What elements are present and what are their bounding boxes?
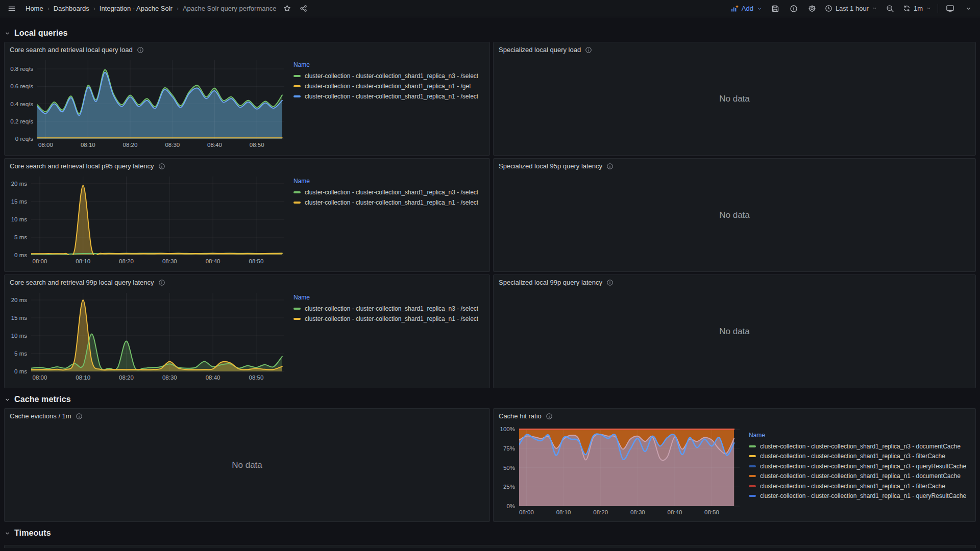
legend-series-marker (749, 445, 756, 447)
breadcrumb-item: Apache Solr query performance (183, 5, 277, 12)
time-range-picker[interactable]: Last 1 hour (824, 3, 878, 14)
legend: Name cluster-collection - cluster-collec… (287, 172, 486, 266)
monitor-icon[interactable] (943, 2, 957, 15)
legend-item[interactable]: cluster-collection - cluster-collection_… (293, 91, 485, 102)
legend-series-marker (293, 308, 301, 310)
legend-item[interactable]: cluster-collection - cluster-collection_… (749, 461, 971, 471)
panel-p99-latency: Core search and retrieval 99p local quer… (4, 274, 490, 388)
legend-series-label: cluster-collection - cluster-collection_… (760, 453, 945, 460)
legend-item[interactable]: cluster-collection - cluster-collection_… (749, 452, 971, 462)
svg-text:15 ms: 15 ms (11, 315, 28, 321)
legend-header[interactable]: Name (293, 61, 485, 68)
legend-item[interactable]: cluster-collection - cluster-collection_… (749, 441, 971, 452)
section-title: Local queries (14, 29, 67, 38)
svg-text:08:30: 08:30 (162, 258, 177, 264)
legend-series-marker (293, 95, 301, 97)
no-data-message: No data (494, 42, 975, 155)
panel-info-icon[interactable] (158, 163, 165, 170)
svg-text:0.8 req/s: 0.8 req/s (10, 66, 33, 72)
legend-item[interactable]: cluster-collection - cluster-collection_… (749, 471, 971, 482)
svg-text:08:20: 08:20 (119, 374, 134, 381)
breadcrumb-item[interactable]: Home (26, 5, 43, 12)
refresh-picker[interactable]: 1m (902, 3, 933, 14)
svg-text:0.6 req/s: 0.6 req/s (10, 83, 33, 89)
svg-text:20 ms: 20 ms (11, 297, 28, 303)
legend-header[interactable]: Name (293, 178, 485, 185)
panel-header[interactable]: Cache hit ratio (494, 409, 975, 422)
legend-item[interactable]: cluster-collection - cluster-collection_… (293, 187, 485, 197)
add-label: Add (742, 5, 753, 12)
svg-text:08:50: 08:50 (250, 142, 264, 148)
section-header-timeouts[interactable]: Timeouts (4, 524, 976, 542)
no-data-message: No data (494, 275, 975, 388)
legend-series-marker (293, 191, 301, 193)
svg-text:08:00: 08:00 (38, 142, 53, 148)
section-header-local-queries[interactable]: Local queries (4, 24, 976, 42)
share-icon[interactable] (297, 2, 310, 15)
panel-specialized-load: Specialized local query load No data (493, 42, 976, 156)
panel-title: Core search and retrieval 99p local quer… (10, 279, 154, 286)
legend-item[interactable]: cluster-collection - cluster-collection_… (749, 481, 971, 491)
add-button[interactable]: Add (729, 3, 764, 15)
legend-header[interactable]: Name (749, 432, 971, 439)
panel-header[interactable]: Core search and retrieval 99p local quer… (5, 275, 489, 289)
legend-series-label: cluster-collection - cluster-collection_… (305, 189, 478, 196)
svg-text:08:20: 08:20 (123, 142, 138, 148)
legend-series-label: cluster-collection - cluster-collection_… (760, 463, 966, 470)
panel-header[interactable]: Core search and retrieval local p95 quer… (5, 159, 489, 172)
add-panel-icon (730, 5, 739, 13)
legend-item[interactable]: cluster-collection - cluster-collection_… (293, 197, 485, 208)
svg-text:08:40: 08:40 (668, 509, 682, 515)
legend-series-label: cluster-collection - cluster-collection_… (305, 199, 478, 206)
zoom-out-icon[interactable] (884, 2, 897, 15)
legend-item[interactable]: cluster-collection - cluster-collection_… (749, 491, 971, 502)
panel-info-icon[interactable] (158, 279, 165, 286)
legend-series-label: cluster-collection - cluster-collection_… (305, 93, 478, 100)
panel-query-load: Core search and retrieval local query lo… (4, 42, 490, 156)
svg-text:10 ms: 10 ms (11, 216, 28, 222)
legend-item[interactable]: cluster-collection - cluster-collection_… (293, 81, 485, 91)
info-icon[interactable] (787, 2, 800, 15)
settings-icon[interactable] (805, 2, 819, 15)
save-icon[interactable] (769, 2, 782, 15)
refresh-icon (903, 5, 911, 12)
panel-info-icon[interactable] (137, 46, 144, 54)
panel-info-icon[interactable] (546, 413, 553, 420)
legend-item[interactable]: cluster-collection - cluster-collection_… (293, 314, 485, 324)
menu-icon[interactable] (5, 2, 18, 15)
breadcrumb-item[interactable]: Dashboards (54, 5, 89, 12)
no-data-message: No data (494, 159, 975, 271)
chart-cache-hit-ratio[interactable]: 0%25%50%75%100%08:0008:1008:2008:3008:40… (497, 424, 743, 517)
legend-series-marker (749, 465, 756, 467)
panel-row: Core search and retrieval 99p local quer… (4, 274, 976, 388)
svg-text:08:10: 08:10 (556, 509, 571, 515)
svg-text:5 ms: 5 ms (14, 234, 27, 240)
chart-p99-latency[interactable]: 0 ms5 ms10 ms15 ms20 ms08:0008:1008:2008… (8, 289, 287, 383)
svg-text:100%: 100% (500, 426, 515, 432)
breadcrumb-separator: › (93, 5, 95, 12)
top-navbar: Home›Dashboards›Integration - Apache Sol… (0, 0, 980, 17)
section-title: Cache metrics (14, 395, 71, 404)
chart-p95-latency[interactable]: 0 ms5 ms10 ms15 ms20 ms08:0008:1008:2008… (8, 172, 287, 266)
panel-specialized-p95: Specialized local 95p query latency No d… (493, 158, 976, 272)
chevron-down-icon[interactable] (962, 2, 975, 15)
panel-cache-evictions: Cache evictions / 1m No data (4, 408, 490, 522)
svg-text:08:30: 08:30 (630, 509, 645, 515)
svg-text:08:40: 08:40 (207, 142, 222, 148)
legend-series-marker (293, 85, 301, 87)
chart-query-load[interactable]: 0 req/s0.2 req/s0.4 req/s0.6 req/s0.8 re… (8, 56, 287, 150)
breadcrumb-separator: › (177, 5, 179, 12)
toolbar-divider (938, 4, 938, 13)
legend-header[interactable]: Name (293, 294, 485, 301)
section-header-cache-metrics[interactable]: Cache metrics (4, 391, 976, 408)
svg-text:0 req/s: 0 req/s (15, 136, 33, 142)
svg-text:15 ms: 15 ms (11, 198, 28, 205)
breadcrumb-item[interactable]: Integration - Apache Solr (100, 5, 173, 12)
legend-item[interactable]: cluster-collection - cluster-collection_… (293, 304, 485, 314)
svg-text:08:10: 08:10 (81, 142, 95, 148)
svg-text:50%: 50% (503, 465, 515, 471)
svg-text:5 ms: 5 ms (14, 350, 27, 357)
star-icon[interactable] (280, 2, 293, 15)
panel-header[interactable]: Core search and retrieval local query lo… (5, 42, 489, 56)
legend-item[interactable]: cluster-collection - cluster-collection_… (293, 71, 485, 81)
